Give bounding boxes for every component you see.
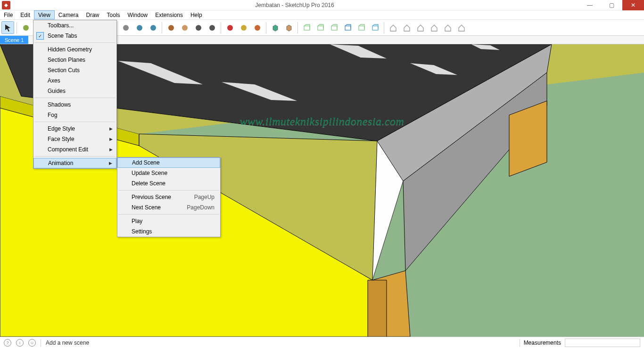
view-menu-toolbars-[interactable]: Toolbars... [33, 20, 116, 31]
view-menu-section-cuts[interactable]: Section Cuts [33, 65, 116, 75]
scene-tab-1[interactable]: Scene 1 [0, 36, 28, 44]
menu-separator [34, 42, 116, 43]
face-style-2-icon [285, 24, 293, 32]
minimize-button[interactable]: — [579, 0, 601, 10]
submenu-arrow-icon: ▶ [109, 147, 113, 152]
animation-menu-update-scene[interactable]: Update Scene [117, 168, 220, 178]
tool-house-3[interactable] [414, 21, 427, 34]
view-menu-component-edit[interactable]: Component Edit▶ [33, 144, 116, 155]
menu-tools[interactable]: Tools [103, 10, 124, 19]
submenu-arrow-icon: ▶ [109, 137, 113, 141]
tool-push-pull[interactable] [165, 21, 177, 34]
maximize-button[interactable]: ▢ [601, 0, 622, 10]
tool-warehouse-1[interactable] [223, 21, 236, 34]
tool-zoom-extents[interactable] [206, 21, 218, 34]
view-menu-edge-style[interactable]: Edge Style▶ [33, 124, 116, 134]
view-menu-animation[interactable]: Animation▶ [33, 158, 116, 168]
menu-item-label: Previous Scene [132, 194, 171, 200]
menu-separator [34, 122, 116, 122]
window-title: Jembatan - SketchUp Pro 2016 [10, 2, 579, 8]
checkmark-icon: ✓ [36, 32, 44, 40]
tool-protractor[interactable] [119, 21, 132, 34]
tool-warehouse-3[interactable] [251, 21, 264, 34]
tool-house-6[interactable] [455, 21, 468, 34]
animation-menu-previous-scene[interactable]: Previous ScenePageUp [117, 192, 220, 202]
menu-help[interactable]: Help [187, 10, 206, 19]
animation-menu-add-scene[interactable]: Add Scene [117, 157, 220, 168]
menu-separator [118, 214, 219, 215]
tool-view-iso[interactable] [300, 21, 313, 34]
warehouse-2-icon [239, 24, 248, 32]
svg-rect-21 [359, 26, 364, 30]
tool-view-left[interactable] [369, 21, 381, 34]
svg-point-0 [23, 25, 29, 31]
menu-extensions[interactable]: Extensions [151, 10, 187, 19]
svg-marker-38 [368, 280, 387, 337]
menu-shortcut: PageDown [187, 204, 215, 211]
status-hint: Add a new scene [46, 340, 89, 346]
select-icon [4, 24, 12, 32]
tool-select[interactable] [1, 21, 14, 34]
svg-rect-17 [304, 26, 310, 30]
view-menu-section-planes[interactable]: Section Planes [33, 55, 116, 65]
view-menu-hidden-geometry[interactable]: Hidden Geometry [33, 44, 116, 55]
svg-point-10 [168, 25, 174, 31]
tool-view-back[interactable] [355, 21, 368, 34]
tool-warehouse-2[interactable] [237, 21, 250, 34]
face-style-1-icon [271, 24, 280, 32]
toolbar-separator [17, 22, 17, 33]
tool-view-front[interactable] [328, 21, 340, 34]
offset-icon [181, 24, 189, 32]
tool-text[interactable] [133, 21, 146, 34]
tool-house-1[interactable] [387, 21, 399, 34]
submenu-arrow-icon: ▶ [109, 161, 112, 166]
menu-item-label: Delete Scene [132, 180, 165, 187]
tool-zoom[interactable] [192, 21, 205, 34]
submenu-arrow-icon: ▶ [109, 126, 113, 131]
tool-face-style-1[interactable] [269, 21, 281, 34]
menu-item-label: Play [132, 218, 142, 224]
view-menu-fog[interactable]: Fog [33, 110, 116, 120]
animation-menu-settings[interactable]: Settings [117, 226, 220, 237]
menu-camera[interactable]: Camera [55, 10, 83, 19]
geo-icon[interactable]: ? [4, 339, 11, 347]
animation-menu-play[interactable]: Play [117, 216, 220, 226]
measurements-input[interactable] [565, 339, 640, 347]
user-icon[interactable]: ☺ [28, 339, 36, 347]
tool-face-style-2[interactable] [282, 21, 295, 34]
view-top-icon [316, 24, 325, 32]
view-menu-face-style[interactable]: Face Style▶ [33, 134, 116, 144]
svg-point-7 [123, 25, 129, 31]
view-menu-scene-tabs[interactable]: Scene Tabs✓ [33, 31, 116, 41]
menu-window[interactable]: Window [124, 10, 152, 19]
menu-view[interactable]: View [34, 10, 55, 19]
tool-view-right[interactable] [341, 21, 354, 34]
tool-house-4[interactable] [428, 21, 440, 34]
tool-dimension[interactable] [147, 21, 159, 34]
animation-menu-next-scene[interactable]: Next ScenePageDown [117, 202, 220, 213]
menu-draw[interactable]: Draw [83, 10, 103, 19]
house-4-icon [430, 24, 438, 32]
svg-rect-18 [318, 26, 323, 30]
svg-rect-22 [372, 26, 378, 30]
view-menu-dropdown: Toolbars...Scene Tabs✓Hidden GeometrySec… [33, 20, 117, 169]
svg-point-8 [137, 25, 142, 31]
menu-edit[interactable]: Edit [17, 10, 34, 19]
view-menu-guides[interactable]: Guides [33, 86, 116, 96]
svg-point-12 [196, 25, 201, 31]
view-menu-axes[interactable]: Axes [33, 75, 116, 86]
warehouse-1-icon [226, 24, 234, 32]
view-menu-shadows[interactable]: Shadows [33, 99, 116, 110]
svg-point-11 [182, 25, 188, 31]
tool-house-5[interactable] [441, 21, 454, 34]
tool-view-top[interactable] [314, 21, 327, 34]
tool-offset[interactable] [178, 21, 191, 34]
tool-house-2[interactable] [400, 21, 413, 34]
credits-icon[interactable]: i [16, 339, 24, 347]
menu-file[interactable]: File [0, 10, 17, 19]
animation-menu-delete-scene[interactable]: Delete Scene [117, 178, 220, 189]
menu-separator [118, 190, 219, 191]
tool-paint-bucket[interactable] [19, 21, 32, 34]
close-button[interactable]: ✕ [622, 0, 644, 10]
text-icon [135, 24, 144, 32]
